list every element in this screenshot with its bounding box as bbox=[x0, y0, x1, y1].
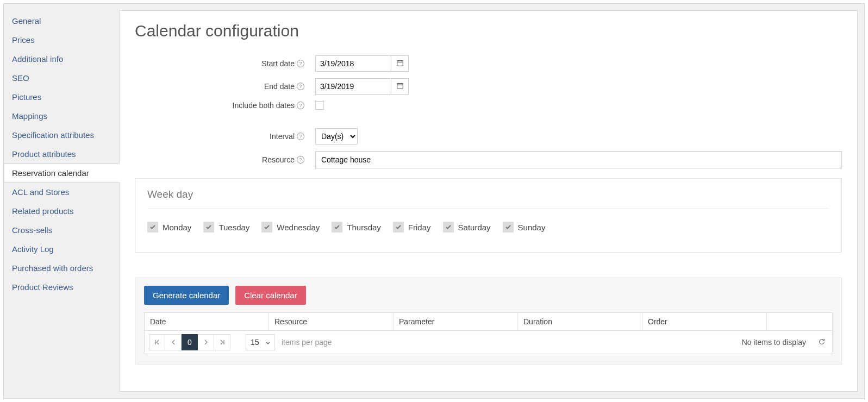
row-include-both: Include both dates ? bbox=[135, 101, 842, 110]
sidebar-item-product-reviews[interactable]: Product Reviews bbox=[4, 278, 119, 297]
generate-calendar-button[interactable]: Generate calendar bbox=[144, 286, 229, 305]
pager-status: No items to display bbox=[742, 338, 806, 347]
weekday-label: Tuesday bbox=[218, 223, 249, 232]
row-start-date: Start date ? bbox=[135, 55, 842, 72]
label-include-both: Include both dates ? bbox=[135, 101, 308, 110]
row-end-date: End date ? bbox=[135, 78, 842, 95]
grid-header: Date Resource Parameter Duration Order bbox=[145, 313, 832, 331]
sidebar-item-additional-info[interactable]: Additional info bbox=[4, 49, 119, 68]
checkbox-icon bbox=[443, 222, 454, 233]
end-date-input[interactable] bbox=[315, 78, 391, 95]
include-both-checkbox[interactable] bbox=[315, 101, 324, 110]
checkbox-icon bbox=[393, 222, 404, 233]
weekday-monday[interactable]: Monday bbox=[147, 222, 191, 233]
calendar-grid: Date Resource Parameter Duration Order 0 bbox=[144, 312, 833, 354]
sidebar-item-general[interactable]: General bbox=[4, 11, 119, 30]
label-resource-text: Resource bbox=[262, 155, 295, 164]
sidebar-item-related-products[interactable]: Related products bbox=[4, 202, 119, 221]
pager-last-button[interactable] bbox=[214, 334, 230, 350]
page-size-value: 15 bbox=[251, 338, 259, 347]
label-include-both-text: Include both dates bbox=[233, 101, 295, 110]
pager-first-button[interactable] bbox=[149, 334, 165, 350]
start-date-input[interactable] bbox=[315, 55, 391, 72]
sidebar-item-purchased-with-orders[interactable]: Purchased with orders bbox=[4, 259, 119, 278]
weekday-label: Friday bbox=[408, 223, 431, 232]
pager-current-page: 0 bbox=[182, 334, 198, 350]
sidebar-item-specification-attributes[interactable]: Specification attributes bbox=[4, 125, 119, 145]
svg-rect-0 bbox=[397, 60, 403, 66]
start-date-picker-button[interactable] bbox=[391, 55, 409, 72]
help-icon[interactable]: ? bbox=[297, 83, 304, 90]
sidebar-item-prices[interactable]: Prices bbox=[4, 30, 119, 49]
pager-refresh-button[interactable] bbox=[816, 336, 828, 348]
sidebar-item-activity-log[interactable]: Activity Log bbox=[4, 240, 119, 259]
help-icon[interactable]: ? bbox=[297, 133, 304, 140]
weekday-friday[interactable]: Friday bbox=[393, 222, 431, 233]
items-per-page-label: items per page bbox=[282, 338, 332, 347]
sidebar-item-mappings[interactable]: Mappings bbox=[4, 106, 119, 125]
grid-col-date[interactable]: Date bbox=[145, 313, 269, 330]
weekday-label: Thursday bbox=[347, 223, 381, 232]
sidebar-item-pictures[interactable]: Pictures bbox=[4, 87, 119, 106]
refresh-icon bbox=[818, 338, 826, 347]
checkbox-icon bbox=[147, 222, 158, 233]
weekday-tuesday[interactable]: Tuesday bbox=[203, 222, 249, 233]
main-panel: Calendar configuration Start date ? bbox=[119, 10, 858, 392]
label-start-date: Start date ? bbox=[135, 59, 308, 68]
grid-col-actions bbox=[767, 313, 832, 330]
weekday-wednesday[interactable]: Wednesday bbox=[261, 222, 320, 233]
weekday-panel: Week day Monday Tuesday Wednesday Thursd… bbox=[135, 178, 842, 253]
weekday-thursday[interactable]: Thursday bbox=[332, 222, 381, 233]
end-date-picker-button[interactable] bbox=[391, 78, 409, 95]
page-size-select[interactable]: 15 bbox=[246, 334, 275, 350]
row-interval: Interval ? Day(s) bbox=[135, 128, 842, 145]
page-title: Calendar configuration bbox=[135, 22, 842, 40]
chevron-down-icon bbox=[266, 338, 270, 347]
pager-prev-button[interactable] bbox=[165, 334, 182, 350]
sidebar: General Prices Additional info SEO Pictu… bbox=[4, 4, 119, 398]
clear-calendar-button[interactable]: Clear calendar bbox=[235, 286, 306, 305]
weekday-saturday[interactable]: Saturday bbox=[443, 222, 491, 233]
weekday-label: Sunday bbox=[518, 223, 546, 232]
checkbox-icon bbox=[261, 222, 272, 233]
resource-input[interactable] bbox=[315, 151, 842, 168]
sidebar-item-acl-stores[interactable]: ACL and Stores bbox=[4, 183, 119, 202]
weekday-sunday[interactable]: Sunday bbox=[503, 222, 546, 233]
action-bar: Generate calendar Clear calendar Date Re… bbox=[135, 278, 842, 365]
label-end-date: End date ? bbox=[135, 82, 308, 91]
help-icon[interactable]: ? bbox=[297, 102, 304, 109]
svg-rect-1 bbox=[397, 83, 403, 89]
checkbox-icon bbox=[203, 222, 214, 233]
grid-col-duration[interactable]: Duration bbox=[518, 313, 642, 330]
weekday-label: Saturday bbox=[458, 223, 491, 232]
prev-page-icon bbox=[171, 338, 176, 347]
first-page-icon bbox=[154, 338, 160, 347]
grid-pager: 0 15 items per page bbox=[145, 331, 832, 354]
sidebar-item-product-attributes[interactable]: Product attributes bbox=[4, 145, 119, 164]
label-resource: Resource ? bbox=[135, 155, 308, 164]
sidebar-item-seo[interactable]: SEO bbox=[4, 68, 119, 87]
calendar-icon bbox=[396, 59, 404, 68]
app-frame: General Prices Additional info SEO Pictu… bbox=[3, 3, 865, 399]
label-end-date-text: End date bbox=[264, 82, 295, 91]
checkbox-icon bbox=[503, 222, 514, 233]
label-interval: Interval ? bbox=[135, 132, 308, 141]
help-icon[interactable]: ? bbox=[297, 60, 304, 67]
grid-col-order[interactable]: Order bbox=[642, 313, 767, 330]
grid-col-parameter[interactable]: Parameter bbox=[394, 313, 518, 330]
interval-select[interactable]: Day(s) bbox=[315, 128, 358, 145]
sidebar-item-reservation-calendar[interactable]: Reservation calendar bbox=[4, 164, 120, 183]
help-icon[interactable]: ? bbox=[297, 156, 304, 164]
grid-col-resource[interactable]: Resource bbox=[269, 313, 394, 330]
row-resource: Resource ? bbox=[135, 151, 842, 168]
label-interval-text: Interval bbox=[270, 132, 295, 141]
checkbox-icon bbox=[332, 222, 342, 233]
calendar-icon bbox=[396, 82, 404, 91]
next-page-icon bbox=[204, 338, 208, 347]
weekday-label: Monday bbox=[163, 223, 191, 232]
sidebar-item-cross-sells[interactable]: Cross-sells bbox=[4, 221, 119, 240]
weekday-panel-title: Week day bbox=[147, 189, 829, 209]
last-page-icon bbox=[220, 338, 225, 347]
pager-next-button[interactable] bbox=[198, 334, 214, 350]
weekday-label: Wednesday bbox=[277, 223, 320, 232]
